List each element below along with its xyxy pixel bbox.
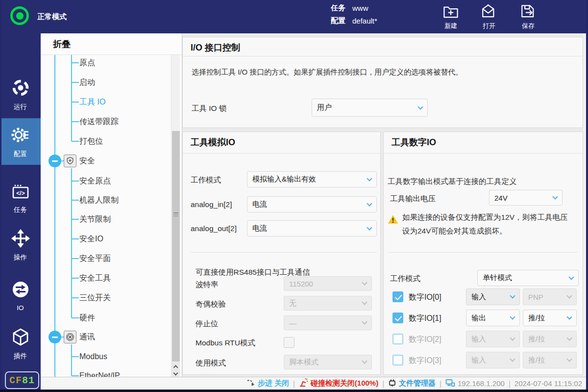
scroll-down-icon[interactable]	[173, 371, 178, 376]
sidebar-item-plugin[interactable]: 插件	[0, 320, 41, 367]
cube-icon	[11, 327, 30, 348]
digital-io-1-type-select[interactable]: 推/拉	[523, 310, 577, 326]
type-value: 推/拉	[528, 356, 545, 365]
collapse-button[interactable]: 折叠	[41, 33, 182, 55]
mode-indicator-icon[interactable]	[10, 6, 29, 25]
shield-icon	[64, 155, 76, 167]
file-manager-button[interactable]: 文件管理器	[388, 378, 436, 389]
tree-item-label[interactable]: 机器人限制	[79, 195, 119, 206]
chevron-down-icon	[367, 176, 372, 181]
gear-icon	[11, 125, 30, 146]
tool-io-lock-label: 工具 IO 锁	[192, 104, 226, 114]
tree-item-label[interactable]: 传送带跟踪	[79, 117, 119, 127]
tree-item-label[interactable]: 硬件	[79, 313, 95, 323]
tree-item-label[interactable]: 安全平面	[79, 254, 111, 264]
digital-io-0-direction-select[interactable]: 输入	[466, 288, 520, 305]
analog-work-mode-select[interactable]: 模拟输入&输出有效	[247, 171, 377, 187]
modbus-rtu-label: Modbus RTU模式	[196, 338, 255, 348]
tree-item-label[interactable]: 安全原点	[79, 176, 111, 186]
digital-io-1-direction-select[interactable]: 输出	[466, 310, 520, 326]
tree-group-comm: 通讯	[41, 331, 171, 343]
scroll-up-icon[interactable]	[173, 365, 178, 370]
tree-item-robot-limit: 机器人限制	[41, 194, 171, 207]
device-code-badge[interactable]: CF81	[5, 371, 39, 389]
chevron-down-icon	[367, 225, 372, 230]
tree-item-label[interactable]: 打包位	[79, 136, 103, 147]
digital-io-1-checkbox[interactable]	[392, 313, 403, 323]
open-button[interactable]: 打开	[474, 3, 504, 30]
sidebar-item-run[interactable]: 运行	[0, 71, 41, 118]
tree-item-joint-limit: 关节限制	[41, 213, 171, 226]
top-bar: 正常模式 任务 www 配置 default* 新建 打开	[0, 0, 588, 33]
section-title: I/O 接口控制	[191, 42, 240, 53]
tree-item-label[interactable]: 安全工具	[79, 273, 111, 284]
chevron-down-icon	[566, 335, 572, 340]
tree-item-label[interactable]: 安全IO	[79, 234, 103, 244]
analog-in-select[interactable]: 电流	[247, 196, 377, 212]
collision-icon	[299, 378, 308, 389]
section-title: 工具数字IO	[392, 136, 436, 148]
tree-scrollbar-track[interactable]	[171, 55, 180, 362]
warning-text: 如果连接的设备仅支持配置为12V，则将工具电压设为24V可能会对其造成损坏。	[402, 210, 569, 238]
tree-item-safety-io: 安全IO	[41, 233, 171, 245]
tool-io-lock-value: 用户	[317, 103, 332, 112]
tree-group-safety: 安全	[41, 155, 171, 167]
step-mode-toggle[interactable]: 步进 关闭	[246, 379, 289, 389]
sidebar-item-config[interactable]: 配置	[0, 118, 41, 165]
new-button[interactable]: 新建	[436, 3, 466, 30]
tree-item-label[interactable]: 关节限制	[79, 214, 111, 225]
baud-value: 115200	[289, 280, 313, 288]
sidebar-item-io[interactable]: IO	[0, 272, 41, 319]
chevron-down-icon	[566, 356, 572, 362]
tree-item-label[interactable]: 原点	[79, 58, 95, 68]
modbus-rtu-checkbox	[284, 337, 294, 348]
tree-item-label[interactable]: 工具 IO	[79, 97, 105, 107]
voltage-label: 工具输出电压	[390, 194, 436, 204]
mode-label: 正常模式	[37, 12, 67, 22]
collapse-minus-icon[interactable]	[49, 155, 61, 167]
parity-label: 奇偶校验	[196, 299, 226, 310]
new-button-label: 新建	[444, 22, 457, 30]
tree-item-hardware: 硬件	[41, 312, 171, 324]
digital-io-0-checkbox[interactable]	[392, 291, 403, 302]
save-button[interactable]: 保存	[514, 3, 543, 30]
chevron-down-icon	[362, 299, 367, 305]
chevron-down-icon	[568, 274, 574, 280]
voltage-value: 24V	[494, 194, 508, 202]
tree-item-label[interactable]: Modbus	[79, 352, 107, 361]
tree-item-label[interactable]: 安全	[79, 156, 95, 166]
config-tree-panel: 折叠 原点 启动 工具 IO 传送带跟踪 打包位	[41, 33, 182, 378]
tree-item-safety-plane: 安全平面	[41, 252, 171, 265]
sidebar-item-operate[interactable]: 操作	[0, 222, 41, 268]
chevron-down-icon	[510, 293, 515, 298]
badge-prefix: CF	[9, 375, 22, 386]
sidebar-item-task[interactable]: </> 任务	[0, 174, 41, 221]
type-value: 推/拉	[528, 314, 545, 323]
move-arrows-icon	[11, 229, 30, 250]
tool-io-lock-select[interactable]: 用户	[312, 99, 428, 117]
io-interface-control-section: I/O 接口控制 选择控制工具 I/O 接口的方式。如果扩展插件控制接口，用户定…	[182, 37, 583, 128]
step-mode-label: 步进 关闭	[258, 379, 289, 388]
digital-io-2-checkbox[interactable]	[392, 334, 403, 344]
collapse-minus-icon[interactable]	[49, 331, 61, 343]
tree-item-label[interactable]: 通讯	[79, 332, 95, 342]
digital-io-0-type-select: PNP	[523, 288, 577, 305]
nav-sidebar: 运行 配置 </> 任务 操作	[0, 33, 41, 392]
digital-io-2-type-select: 推/拉	[523, 331, 577, 347]
voltage-select[interactable]: 24V	[489, 190, 563, 206]
digital-io-3-checkbox[interactable]	[392, 355, 403, 366]
collision-detect-toggle[interactable]: 碰撞检测关闭(100%)	[299, 378, 378, 389]
tree-item-label[interactable]: 三位开关	[79, 293, 111, 303]
analog-out-select[interactable]: 电流	[247, 220, 377, 236]
separator: |	[293, 379, 295, 388]
step-arrow-icon	[246, 379, 255, 389]
network-icon	[445, 379, 455, 389]
collision-label: 碰撞检测关闭(100%)	[311, 379, 378, 388]
digital-work-mode-value: 单针模式	[483, 273, 512, 283]
digital-work-mode-select[interactable]: 单针模式	[477, 270, 579, 286]
tree-scrollbar-thumb[interactable]	[172, 131, 180, 362]
open-file-icon	[481, 3, 497, 20]
tree-item-label[interactable]: 启动	[79, 78, 95, 88]
chevron-down-icon	[367, 201, 372, 206]
tree-item-home: 原点	[41, 56, 171, 69]
